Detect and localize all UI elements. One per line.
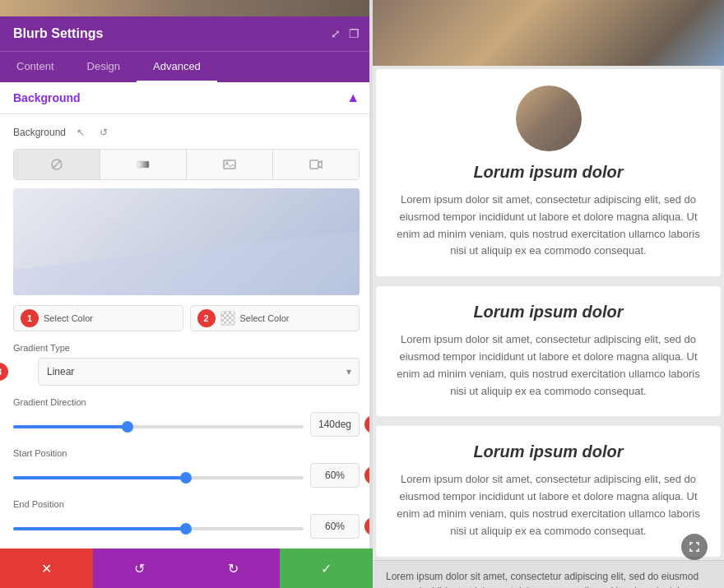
bg-label-row: Background ↖ ↺	[13, 124, 360, 141]
card-1: Lorum ipsum dolor Lorem ipsum dolor sit …	[376, 69, 721, 276]
gradient-type-select[interactable]: Linear Radial	[38, 358, 360, 386]
gradient-direction-value: 140deg	[310, 412, 360, 437]
end-position-field: End Position 60% 6	[13, 499, 360, 539]
blurb-header: Blurb Settings ⤢ ❐	[0, 16, 373, 51]
header-icons: ⤢ ❐	[331, 27, 360, 40]
reset-button[interactable]: ↺	[93, 549, 186, 588]
bg-type-none[interactable]	[14, 150, 100, 179]
start-position-slider-wrapper	[13, 468, 304, 483]
card-3-title: Lorum ipsum dolor	[392, 442, 704, 461]
gradient-preview	[13, 188, 360, 295]
gradient-type-wrapper: 3 Linear Radial ▾	[13, 358, 360, 386]
gradient-direction-slider-wrapper	[13, 417, 304, 432]
gradient-type-number: 3	[0, 363, 8, 381]
card-separator-1	[373, 280, 724, 283]
background-section-header: Background ▲	[0, 82, 373, 114]
scroll-divider	[369, 0, 373, 549]
color-stop-1-label: Select Color	[44, 313, 93, 323]
bottom-text-area: Lorem ipsum dolor sit amet, consectetur …	[373, 560, 724, 588]
bg-type-video[interactable]	[273, 150, 359, 179]
gradient-direction-label: Gradient Direction	[13, 397, 360, 407]
cursor-icon[interactable]: ↖	[72, 124, 89, 141]
expand-icon[interactable]: ⤢	[331, 27, 341, 40]
color-stop-2-label: Select Color	[240, 313, 290, 323]
right-top-image	[373, 0, 724, 66]
gradient-direction-row-wrapper: 140deg 4	[13, 412, 360, 437]
bottom-toolbar: ✕ ↺ ↻ ✓	[0, 549, 373, 588]
gradient-type-field: Gradient Type 3 Linear Radial ▾	[13, 343, 360, 386]
color-stop-2-number: 2	[197, 309, 216, 327]
end-position-row-wrapper: 60% 6	[13, 514, 360, 539]
start-position-value: 60%	[310, 463, 360, 488]
card-1-body: Lorem ipsum dolor sit amet, consectetur …	[392, 192, 704, 260]
gradient-direction-field: Gradient Direction 140deg 4	[13, 397, 360, 437]
end-position-label: End Position	[13, 499, 360, 509]
color-stop-1-number: 1	[21, 309, 39, 327]
tab-advanced[interactable]: Advanced	[137, 52, 217, 82]
svg-rect-5	[310, 160, 318, 169]
card-1-image	[516, 86, 582, 151]
gradient-type-label: Gradient Type	[13, 343, 360, 353]
card-1-title: Lorum ipsum dolor	[392, 163, 704, 182]
image-icon	[223, 158, 236, 171]
settings-content: Background ▲ Background ↖ ↺	[0, 82, 373, 588]
svg-line-1	[53, 160, 61, 169]
tabs: Content Design Advanced	[0, 51, 373, 82]
bg-label: Background	[13, 127, 66, 138]
redo-button[interactable]: ↻	[187, 549, 280, 588]
background-title: Background	[13, 91, 81, 104]
floating-expand-button[interactable]	[681, 534, 708, 560]
color-swatch	[220, 311, 235, 326]
gradient-direction-slider[interactable]	[13, 425, 304, 428]
color-stop-2-btn[interactable]: 2 Select Color	[190, 305, 360, 331]
window-icon[interactable]: ❐	[349, 27, 360, 40]
end-position-slider[interactable]	[13, 527, 304, 530]
start-position-slider[interactable]	[13, 476, 304, 479]
start-position-field: Start Position 60% 5	[13, 448, 360, 488]
tab-design[interactable]: Design	[71, 52, 137, 82]
start-position-label: Start Position	[13, 448, 360, 458]
color-stop-1-btn[interactable]: 1 Select Color	[13, 305, 183, 331]
bg-type-image[interactable]	[187, 150, 273, 179]
gradient-type-select-wrapper: Linear Radial ▾	[38, 358, 360, 386]
tab-content[interactable]: Content	[0, 52, 71, 82]
background-section-body: Background ↖ ↺	[0, 114, 373, 588]
top-image-strip	[0, 0, 373, 16]
video-icon	[309, 158, 323, 171]
end-position-slider-wrapper	[13, 519, 304, 534]
left-panel: Blurb Settings ⤢ ❐ Content Design Advanc…	[0, 0, 373, 588]
card-2-body: Lorem ipsum dolor sit amet, consectetur …	[392, 331, 704, 400]
section-collapse-icon[interactable]: ▲	[346, 90, 360, 105]
end-position-slider-row: 60% 6	[13, 514, 360, 539]
bg-type-gradient[interactable]	[100, 150, 187, 179]
blurb-title: Blurb Settings	[13, 26, 103, 41]
start-position-slider-row: 60% 5	[13, 463, 360, 488]
card-3-body: Lorem ipsum dolor sit amet, consectetur …	[392, 471, 704, 539]
card-2-title: Lorum ipsum dolor	[392, 303, 704, 322]
bottom-text: Lorem ipsum dolor sit amet, consectetur …	[386, 569, 711, 588]
right-panel: Lorum ipsum dolor Lorem ipsum dolor sit …	[373, 0, 724, 588]
gradient-direction-slider-row: 140deg 4	[13, 412, 360, 437]
no-color-icon	[50, 158, 63, 171]
reset-bg-icon[interactable]: ↺	[95, 124, 112, 141]
bg-type-tabs	[13, 149, 360, 180]
card-2: Lorum ipsum dolor Lorem ipsum dolor sit …	[376, 286, 721, 416]
end-position-value: 60%	[310, 514, 360, 539]
save-button[interactable]: ✓	[280, 549, 373, 588]
color-stops-row: 1 Select Color 2 Select Color	[13, 305, 360, 331]
card-separator-2	[373, 419, 724, 423]
svg-rect-2	[137, 161, 149, 168]
start-position-row-wrapper: 60% 5	[13, 463, 360, 488]
cancel-button[interactable]: ✕	[0, 549, 93, 588]
expand-arrows-icon	[689, 541, 700, 553]
gradient-icon	[137, 158, 150, 171]
card-3: Lorum ipsum dolor Lorem ipsum dolor sit …	[376, 426, 721, 556]
